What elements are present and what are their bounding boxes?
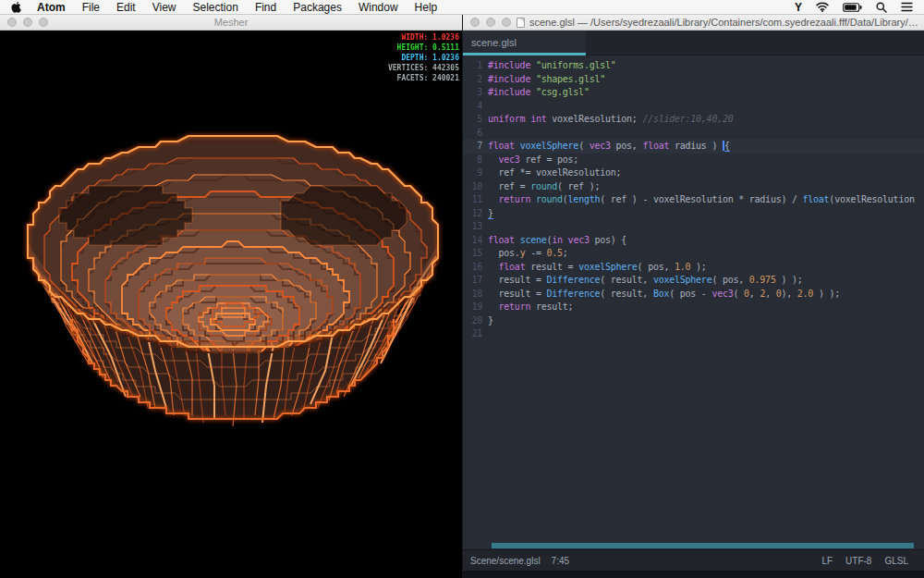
code-line-17[interactable]: 17 result = Difference( result, voxelSph… [463, 274, 924, 288]
zoom-button[interactable] [502, 18, 511, 27]
code-line-12[interactable]: 12} [463, 207, 924, 221]
line-number: 2 [463, 73, 488, 87]
line-number: 16 [463, 261, 488, 275]
line-number: 15 [463, 247, 488, 261]
mesher-viewport: WIDTH: 1.0236HEIGHT: 0.5111DEPTH: 1.0236… [0, 31, 462, 578]
status-bar: Scene/scene.glsl 7:45 LF UTF-8 GLSL [463, 549, 924, 571]
status-encoding[interactable]: UTF-8 [845, 556, 871, 566]
line-number: 4 [463, 100, 488, 114]
menu-item-selection[interactable]: Selection [185, 0, 247, 15]
stat-facets: FACETS: 240021 [388, 73, 459, 83]
yoink-icon[interactable]: Y [795, 1, 802, 14]
code-line-3[interactable]: 3#include "csg.glsl" [463, 86, 924, 100]
line-number: 20 [463, 314, 488, 328]
code-line-4[interactable]: 4 [463, 100, 924, 114]
menu-status-icons: Y [795, 0, 913, 14]
menu-item-window[interactable]: Window [350, 0, 407, 15]
horizontal-scrollbar[interactable] [492, 543, 914, 549]
line-number: 17 [463, 274, 488, 288]
code-line-9[interactable]: 9 ref *= voxelResolution; [463, 166, 924, 180]
menu-item-find[interactable]: Find [247, 0, 285, 15]
line-number: 11 [463, 193, 488, 207]
menu-item-view[interactable]: View [144, 0, 185, 15]
menu-item-file[interactable]: File [74, 0, 108, 15]
line-number: 19 [463, 301, 488, 314]
zoom-button[interactable] [39, 18, 48, 27]
line-number: 14 [463, 234, 488, 248]
line-number: 5 [463, 113, 488, 127]
code-line-16[interactable]: 16 float result = voxelSphere( pos, 1.0 … [463, 261, 924, 275]
status-cursor-position[interactable]: 7:45 [552, 556, 569, 566]
code-editor[interactable]: 1#include "uniforms.glsl"2#include "shap… [463, 55, 924, 543]
close-button[interactable] [7, 18, 17, 27]
code-line-11[interactable]: 11 return round(length( ref ) - voxelRes… [463, 193, 924, 207]
line-number: 12 [463, 207, 488, 221]
code-line-2[interactable]: 2#include "shapes.glsl" [463, 73, 924, 87]
code-line-21[interactable]: 21 [463, 327, 924, 341]
mesher-titlebar[interactable]: Mesher [0, 15, 462, 31]
atom-window: scene.glsl — /Users/syedrezaali/Library/… [462, 15, 924, 578]
code-line-1[interactable]: 1#include "uniforms.glsl" [463, 59, 924, 73]
stat-vertices: VERTICES: 442305 [388, 63, 459, 73]
code-line-15[interactable]: 15 pos.y -= 0.5; [463, 247, 924, 261]
battery-icon[interactable] [843, 3, 862, 12]
apple-icon[interactable] [11, 1, 21, 13]
atom-window-title: scene.glsl — /Users/syedrezaali/Library/… [529, 17, 924, 28]
line-number: 8 [463, 154, 488, 167]
status-line-ending[interactable]: LF [821, 556, 833, 566]
atom-titlebar[interactable]: scene.glsl — /Users/syedrezaali/Library/… [463, 15, 924, 31]
menu-item-help[interactable]: Help [407, 0, 446, 15]
code-line-7[interactable]: 7float voxelSphere( vec3 pos, float radi… [463, 140, 924, 154]
window-bottom-edge [463, 571, 924, 578]
desktop: AtomFileEditViewSelectionFindPackagesWin… [0, 0, 924, 578]
menu-items: AtomFileEditViewSelectionFindPackagesWin… [29, 0, 445, 14]
menu-item-atom[interactable]: Atom [29, 0, 74, 15]
scrollbar-thumb[interactable] [492, 543, 914, 548]
line-number: 1 [463, 59, 488, 73]
mesher-traffic-lights [7, 18, 48, 27]
mesher-window-title: Mesher [0, 17, 462, 28]
line-number: 6 [463, 127, 488, 141]
code-line-6[interactable]: 6 [463, 127, 924, 141]
menu-bar: AtomFileEditViewSelectionFindPackagesWin… [0, 0, 924, 15]
line-number: 7 [463, 140, 488, 154]
code-line-13[interactable]: 13 [463, 220, 924, 234]
atom-traffic-lights [470, 18, 511, 27]
tab-scene-glsl[interactable]: scene.glsl [463, 31, 586, 55]
stat-depth: DEPTH: 1.0236 [388, 53, 459, 63]
document-icon [517, 18, 525, 28]
code-line-19[interactable]: 19 return result; [463, 301, 924, 314]
mesher-window: Mesher WIDTH: 1.0236HEIGHT: 0.5111DEPTH:… [0, 15, 462, 578]
code-line-14[interactable]: 14float scene(in vec3 pos) { [463, 234, 924, 248]
line-number: 10 [463, 180, 488, 194]
notification-center-icon[interactable] [901, 2, 913, 12]
status-file-path[interactable]: Scene/scene.glsl [470, 556, 541, 566]
status-grammar[interactable]: GLSL [884, 556, 908, 566]
line-number: 18 [463, 288, 488, 301]
code-line-20[interactable]: 20} [463, 314, 924, 328]
spotlight-icon[interactable] [876, 2, 887, 13]
stat-height: HEIGHT: 0.5111 [388, 43, 459, 53]
line-number: 21 [463, 327, 488, 341]
tab-bar: scene.glsl [463, 31, 924, 55]
minimize-button[interactable] [486, 18, 495, 27]
mesh-stats-overlay: WIDTH: 1.0236HEIGHT: 0.5111DEPTH: 1.0236… [388, 32, 459, 83]
menu-item-packages[interactable]: Packages [285, 0, 350, 15]
line-number: 3 [463, 86, 488, 100]
voxel-mesh-3d-view[interactable] [0, 31, 462, 578]
code-line-18[interactable]: 18 result = Difference( result, Box( pos… [463, 288, 924, 301]
line-number: 13 [463, 220, 488, 234]
minimize-button[interactable] [23, 18, 32, 27]
line-number: 9 [463, 166, 488, 180]
code-line-10[interactable]: 10 ref = round( ref ); [463, 180, 924, 194]
code-line-8[interactable]: 8 vec3 ref = pos; [463, 154, 924, 167]
code-line-5[interactable]: 5uniform int voxelResolution; //slider:1… [463, 113, 924, 127]
menu-item-edit[interactable]: Edit [108, 0, 144, 15]
wifi-icon[interactable] [816, 2, 829, 12]
stat-width: WIDTH: 1.0236 [388, 32, 459, 43]
close-button[interactable] [470, 18, 480, 27]
